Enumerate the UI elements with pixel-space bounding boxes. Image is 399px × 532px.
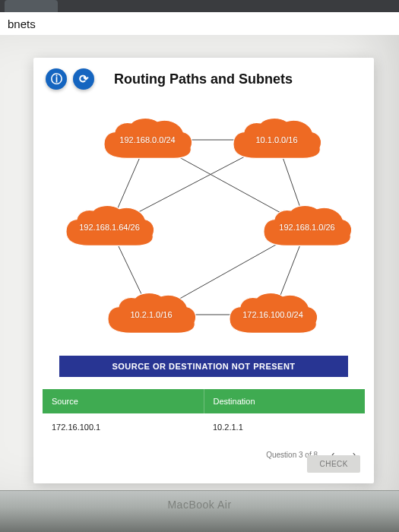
subnet-label: 172.16.100.0/24: [242, 310, 303, 319]
subnet-cloud[interactable]: 192.168.1.64/26: [60, 205, 159, 249]
io-table-row: 172.16.100.1 10.2.1.1: [43, 413, 365, 441]
address-bar-area: bnets: [0, 12, 399, 35]
laptop-bezel: MacBook Air: [0, 490, 399, 532]
subnet-cloud[interactable]: 192.168.1.0/26: [258, 205, 356, 249]
io-table-head: Source Destination: [43, 389, 365, 413]
subnet-label: 10.1.0.0/16: [255, 135, 297, 144]
page-title-fragment: bnets: [3, 16, 40, 32]
laptop-model: MacBook Air: [0, 491, 399, 511]
card-header: ⓘ ⟳ Routing Paths and Subnets: [33, 58, 374, 94]
status-bar: SOURCE OR DESTINATION NOT PRESENT: [59, 356, 348, 377]
io-table: Source Destination 172.16.100.1 10.2.1.1: [43, 389, 365, 441]
destination-header: Destination: [204, 389, 366, 413]
subnet-cloud[interactable]: 10.2.1.0/16: [102, 293, 201, 337]
subnet-cloud[interactable]: 10.1.0.0/16: [227, 118, 326, 162]
info-button[interactable]: ⓘ: [46, 68, 67, 90]
source-header: Source: [43, 389, 204, 413]
activity-card: ⓘ ⟳ Routing Paths and Subnets 192.168.0.…: [33, 58, 374, 483]
network-diagram: 192.168.0.0/2410.1.0.0/16192.168.1.64/26…: [33, 94, 374, 353]
reload-icon: ⟳: [79, 72, 89, 86]
browser-chrome: bnets: [0, 0, 399, 36]
subnet-cloud[interactable]: 192.168.0.0/24: [98, 118, 197, 162]
destination-value: 10.2.1.1: [204, 413, 365, 441]
subnet-label: 192.168.1.64/26: [79, 223, 140, 232]
info-icon: ⓘ: [51, 72, 62, 87]
subnet-cloud[interactable]: 172.16.100.0/24: [223, 293, 322, 337]
page-background: ⓘ ⟳ Routing Paths and Subnets 192.168.0.…: [0, 35, 399, 491]
card-title: Routing Paths and Subnets: [114, 71, 293, 87]
source-value: 172.16.100.1: [43, 413, 204, 441]
tab-strip: [0, 0, 399, 12]
subnet-label: 192.168.1.0/26: [279, 223, 334, 232]
check-button[interactable]: CHECK: [307, 455, 360, 473]
reload-button[interactable]: ⟳: [73, 68, 94, 90]
subnet-label: 10.2.1.0/16: [130, 310, 172, 319]
subnet-label: 192.168.0.0/24: [119, 135, 175, 144]
